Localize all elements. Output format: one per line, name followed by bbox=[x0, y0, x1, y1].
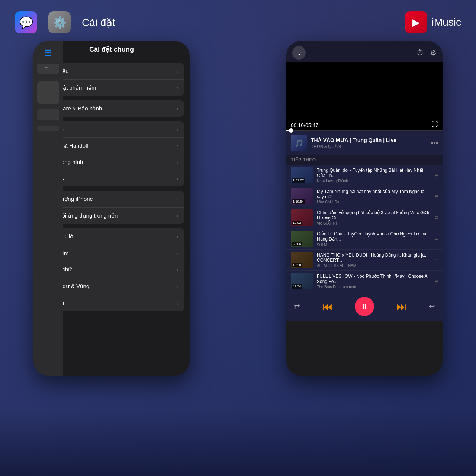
settings-label-refresh: Làm mới ứng dụng trong nền bbox=[45, 212, 177, 219]
chevron-right-icon-10: › bbox=[177, 234, 178, 239]
repeat-button[interactable]: ↩ bbox=[429, 302, 435, 311]
playlist-channel-2: Lâm Chí Hữu bbox=[317, 200, 431, 204]
playlist-duration-5: 10:38 bbox=[292, 263, 302, 267]
current-track-info: THÀ VÀO MƯA | Trung Quân | Live TRUNG QU… bbox=[311, 137, 427, 149]
shuffle-button[interactable]: ⇄ bbox=[294, 302, 300, 311]
settings-gear-icon: ⚙️ bbox=[53, 16, 67, 29]
playlist-info-6: FULL LIVESHOW - Noo Phước Thịnh | 'May I… bbox=[317, 274, 431, 289]
playlist-channel-6: The Bros Entertainment bbox=[317, 285, 431, 289]
drag-handle-3[interactable]: ≡ bbox=[435, 215, 438, 221]
playlist-info-1: Trung Quân idol - Tuyển tập Những Bài Há… bbox=[317, 168, 431, 183]
sidebar-search-label: Tìm bbox=[45, 67, 51, 71]
chevron-right-icon-7: › bbox=[177, 176, 178, 181]
chevron-right-icon-13: › bbox=[177, 283, 178, 289]
playlist-channel-4: Will M bbox=[317, 242, 431, 247]
playlist-channel-1: Nhựt Lương Thành bbox=[317, 179, 431, 183]
settings-label-airplay: AirPlay & Handoff bbox=[45, 142, 177, 149]
settings-label-dictionary: Từ điển bbox=[45, 300, 177, 306]
settings-label-storage: Dung lượng iPhone bbox=[45, 196, 177, 202]
settings-label-keyboard: Bàn phím bbox=[45, 250, 177, 256]
playlist-item-2[interactable]: 1:19:54 Mỹ Tâm Những bài hát hay nhất củ… bbox=[286, 186, 443, 207]
sidebar-search-hint[interactable]: Tìm bbox=[37, 64, 60, 74]
progress-bar-track[interactable] bbox=[286, 130, 443, 131]
settings-sidebar: ☰ Tìm bbox=[33, 41, 63, 376]
fullscreen-button[interactable]: ⛶ bbox=[431, 120, 438, 128]
playlist-item-6[interactable]: 49:34 FULL LIVESHOW - Noo Phước Thịnh | … bbox=[286, 271, 443, 292]
chevron-right-icon-3: › bbox=[177, 106, 178, 112]
playlist-channel-3: Vie GIẢITRÍ bbox=[317, 221, 431, 225]
imusic-minimize-button[interactable]: ⌄ bbox=[292, 46, 306, 60]
player-controls: ⇄ ⏮ ⏸ ⏭ ↩ bbox=[286, 292, 443, 321]
imusic-play-icon: ▶ bbox=[412, 17, 420, 28]
current-track-thumbnail: 🎵 bbox=[291, 135, 307, 151]
progress-thumb[interactable] bbox=[289, 128, 293, 133]
settings-app-label: Cài đặt bbox=[82, 16, 115, 29]
playlist-container: 1:31:07 Trung Quân idol - Tuyển tập Nhữn… bbox=[286, 165, 443, 292]
chevron-right-icon-4: › bbox=[177, 126, 178, 132]
playlist-info-4: Cẩm Tú Cầu - RayO x Huỳnh Văn ♫ Chờ Ngườ… bbox=[317, 231, 431, 247]
sidebar-item-3 bbox=[37, 126, 60, 131]
playlist-duration-3: 10:02 bbox=[292, 221, 302, 225]
chevron-right-icon-2: › bbox=[177, 85, 178, 91]
bottom-gradient bbox=[0, 409, 476, 476]
settings-label-applecare: AppleCare & Bảo hành bbox=[45, 105, 177, 112]
track-more-button[interactable]: ••• bbox=[431, 139, 438, 147]
settings-nav-title: Cài đặt chung bbox=[89, 45, 134, 54]
play-pause-button[interactable]: ⏸ bbox=[355, 297, 374, 316]
settings-label-airdrop: AirDrop bbox=[45, 126, 177, 132]
imusic-header: ⌄ ⏱ ⚙ bbox=[286, 41, 443, 62]
chevron-right-icon-8: › bbox=[177, 196, 178, 202]
track-thumb-icon: 🎵 bbox=[295, 139, 303, 147]
playlist-item-5[interactable]: 10:38 NÀNG THƠ x YÊU ĐUÔI | Hoàng Dũng f… bbox=[286, 250, 443, 271]
chevron-down-icon: ⌄ bbox=[297, 49, 302, 57]
imusic-app-label: iMusic bbox=[432, 16, 461, 28]
playlist-info-3: Chìm đắm với giọng hát của bộ 3 vocal kh… bbox=[317, 210, 431, 225]
settings-label-picture: Hình trong hình bbox=[45, 159, 177, 165]
app-switcher-bar: 💬 ⚙️ Cài đặt ▶ iMusic bbox=[0, 11, 476, 33]
settings-label-language: Ngôn ngữ & Vùng bbox=[45, 283, 177, 290]
drag-handle-4[interactable]: ≡ bbox=[435, 236, 438, 242]
playlist-duration-4: 56:06 bbox=[292, 242, 302, 246]
settings-phone-card: ☰ Tìm ‹ Cài đặt Cài đặt chung bbox=[33, 41, 190, 376]
settings-label-carplay: CarPlay bbox=[45, 175, 177, 181]
sidebar-menu-icon: ☰ bbox=[45, 48, 52, 58]
drag-handle-1[interactable]: ≡ bbox=[435, 172, 438, 178]
playlist-duration-6: 49:34 bbox=[292, 284, 302, 289]
video-time-display: 00:10/05:47 bbox=[291, 122, 318, 128]
playlist-item-3[interactable]: 10:02 Chìm đắm với giọng hát của bộ 3 vo… bbox=[286, 207, 443, 228]
current-track-row: 🎵 THÀ VÀO MƯA | Trung Quân | Live TRUNG … bbox=[286, 131, 443, 155]
drag-handle-6[interactable]: ≡ bbox=[435, 278, 438, 284]
current-track-artist: TRUNG QUÂN bbox=[311, 144, 427, 149]
settings-label-gioi-thieu: Giới thiệu bbox=[45, 68, 177, 74]
chevron-right-icon-14: › bbox=[177, 300, 178, 306]
playlist-item-1[interactable]: 1:31:07 Trung Quân idol - Tuyển tập Nhữn… bbox=[286, 165, 443, 186]
next-track-button[interactable]: ⏭ bbox=[396, 300, 407, 313]
settings-app-icon[interactable]: ⚙️ bbox=[48, 11, 71, 33]
playlist-title-5: NÀNG THƠ x YÊU ĐUÔI | Hoàng Dũng ft. Khá… bbox=[317, 253, 431, 263]
chevron-right-icon-11: › bbox=[177, 250, 178, 256]
playlist-title-2: Mỹ Tâm Những bài hát hay nhất của Mỹ Tâm… bbox=[317, 189, 431, 199]
playlist-thumb-6: 49:34 bbox=[291, 273, 313, 289]
chevron-right-icon-5: › bbox=[177, 143, 178, 149]
messenger-icon: 💬 bbox=[19, 16, 33, 29]
playlist-thumb-4: 56:06 bbox=[291, 231, 313, 247]
prev-track-button[interactable]: ⏮ bbox=[322, 300, 333, 313]
imusic-top-controls: ⏱ ⚙ bbox=[416, 48, 437, 57]
playlist-thumb-5: 10:38 bbox=[291, 252, 313, 268]
playlist-thumb-3: 10:02 bbox=[291, 209, 313, 226]
video-player: 00:10/05:47 ⛶ bbox=[286, 62, 443, 131]
drag-handle-5[interactable]: ≡ bbox=[435, 257, 438, 263]
playlist-duration-2: 1:19:54 bbox=[292, 199, 305, 204]
playlist-info-5: NÀNG THƠ x YÊU ĐUÔI | Hoàng Dũng ft. Khá… bbox=[317, 253, 431, 268]
messenger-app-icon[interactable]: 💬 bbox=[15, 11, 37, 33]
timer-icon[interactable]: ⏱ bbox=[416, 48, 424, 57]
playlist-duration-1: 1:31:07 bbox=[292, 178, 305, 183]
drag-handle-2[interactable]: ≡ bbox=[435, 193, 438, 199]
playlist-item-4[interactable]: 56:06 Cẩm Tú Cầu - RayO x Huỳnh Văn ♫ Ch… bbox=[286, 228, 443, 250]
imusic-app-icon[interactable]: ▶ bbox=[405, 11, 427, 33]
current-track-title: THÀ VÀO MƯA | Trung Quân | Live bbox=[311, 137, 427, 143]
pause-icon: ⏸ bbox=[361, 302, 368, 311]
chevron-right-icon-1: › bbox=[177, 68, 178, 74]
playlist-info-2: Mỹ Tâm Những bài hát hay nhất của Mỹ Tâm… bbox=[317, 189, 431, 204]
settings-icon[interactable]: ⚙ bbox=[430, 48, 437, 57]
